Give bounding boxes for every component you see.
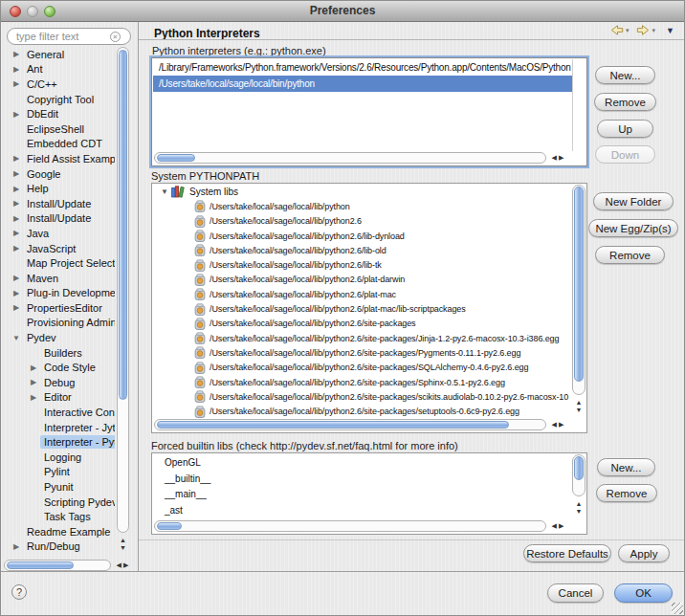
zoom-button[interactable] [44, 6, 55, 17]
scrollbar-track[interactable] [4, 560, 111, 571]
sidebar-item-label[interactable]: Maven [23, 272, 62, 285]
sidebar-item[interactable]: ▶ Install/Update [3, 211, 115, 227]
new-folder-button[interactable]: New Folder [593, 192, 674, 210]
scrollbar-track[interactable] [572, 185, 586, 395]
sidebar-item-label[interactable]: Google [23, 167, 64, 181]
sidebar-item-label[interactable]: Editor [40, 390, 76, 404]
forward-dropdown-icon[interactable]: ▾ [652, 27, 656, 34]
sidebar-item[interactable]: Interactive Console [3, 405, 115, 420]
scrollbar-arrows[interactable]: ▲ ▼ [572, 497, 586, 518]
pythonpath-row[interactable]: /Users/take/local/sage/local/lib/python2… [153, 301, 572, 316]
disclosure-triangle-icon[interactable]: ▶ [11, 214, 21, 223]
sidebar-item-label[interactable]: JavaScript [23, 242, 79, 255]
sidebar-item[interactable]: Scripting Pydev [3, 495, 115, 510]
disclosure-triangle-icon[interactable]: ▶ [11, 289, 21, 297]
scrollbar-arrows[interactable]: ◀▶ [546, 421, 571, 429]
restore-defaults-button[interactable]: Restore Defaults [523, 544, 611, 562]
scroll-right-icon[interactable]: ▶ [123, 561, 130, 568]
new-egg-zip-button[interactable]: New Egg/Zip(s) [588, 219, 678, 237]
disclosure-triangle-icon[interactable]: ▶ [11, 244, 21, 253]
sidebar-item-label[interactable]: Embedded CDT [23, 137, 106, 150]
sidebar-item[interactable]: ▶ Java [3, 226, 115, 241]
sidebar-item-label[interactable]: Pydev [23, 331, 60, 344]
disclosure-triangle-icon[interactable]: ▶ [11, 199, 21, 208]
new-builtin-button[interactable]: New... [597, 458, 655, 476]
interpreter-row[interactable]: /Library/Frameworks/Python.framework/Ver… [153, 59, 572, 76]
disclosure-triangle-icon[interactable]: ▶ [11, 79, 21, 88]
scrollbar-thumb[interactable] [574, 187, 584, 382]
back-icon[interactable] [609, 25, 624, 35]
apply-button[interactable]: Apply [618, 544, 670, 562]
scrollbar-track[interactable] [154, 520, 546, 532]
scrollbar-thumb[interactable] [574, 456, 584, 480]
disclosure-triangle-icon[interactable]: ▶ [11, 274, 21, 282]
builtin-row[interactable]: __main__ [153, 487, 572, 503]
sidebar-item[interactable]: ▶ Help [3, 181, 115, 196]
sidebar-item[interactable]: ▶ JavaScript [3, 241, 115, 256]
sidebar-item[interactable]: Builders [3, 345, 115, 361]
scroll-left-icon[interactable]: ◀ [552, 154, 559, 161]
disclosure-triangle-icon[interactable]: ▶ [11, 65, 21, 74]
pythonpath-row[interactable]: /Users/take/local/sage/local/lib/python2… [153, 389, 572, 404]
disclosure-triangle-icon[interactable]: ▼ [160, 187, 169, 196]
builtins-list[interactable]: OpenGL __builtin__ __main__ _ast _codecs [151, 452, 587, 535]
remove-interpreter-button[interactable]: Remove [594, 93, 656, 111]
remove-pythonpath-button[interactable]: Remove [595, 246, 665, 264]
minimize-button[interactable] [27, 6, 38, 17]
sidebar-item-label[interactable]: General [23, 48, 68, 61]
sidebar-item-label[interactable]: Pylint [40, 465, 74, 478]
disclosure-triangle-icon[interactable]: ▶ [11, 185, 21, 193]
sidebar-item-label[interactable]: Copyright Tool [23, 93, 98, 106]
pythonpath-row[interactable]: /Users/take/local/sage/local/lib/python2… [153, 257, 572, 272]
sidebar-item[interactable]: Pyunit [3, 479, 115, 495]
sidebar-item-label[interactable]: Interactive Console [40, 406, 115, 419]
disclosure-triangle-icon[interactable]: ▶ [11, 303, 21, 312]
scrollbar-arrows[interactable]: ▲ ▼ [572, 396, 586, 417]
up-button[interactable]: Up [597, 120, 653, 138]
scroll-left-icon[interactable]: ◀ [552, 522, 559, 529]
scrollbar-thumb[interactable] [157, 522, 182, 530]
pythonpath-row[interactable]: /Users/take/local/sage/local/lib/python2… [153, 214, 572, 229]
sidebar-item[interactable]: ▶ Code Style [3, 360, 115, 375]
scrollbar-track[interactable] [154, 152, 546, 164]
scrollbar-arrows[interactable]: ◀▶ [111, 561, 136, 569]
scroll-up-icon[interactable]: ▲ [576, 500, 583, 508]
scrollbar-track[interactable] [117, 47, 129, 533]
scroll-right-icon[interactable]: ▶ [559, 522, 565, 529]
builtin-row[interactable]: OpenGL [153, 454, 572, 471]
sidebar-item-label[interactable]: Logging [40, 451, 85, 464]
scroll-right-icon[interactable]: ▶ [559, 154, 565, 161]
disclosure-triangle-icon[interactable]: ▼ [11, 334, 21, 342]
sidebar-item[interactable]: Pylint [3, 465, 115, 480]
sidebar-item-label[interactable]: EclipseShell [23, 122, 88, 136]
sidebar-item-label[interactable]: Field Assist Example Pref [23, 152, 115, 165]
builtins-vertical-scrollbar[interactable]: ▲ ▼ [572, 454, 586, 519]
sidebar-item[interactable]: ▶ Google [3, 166, 115, 182]
scrollbar-track[interactable] [154, 419, 546, 430]
pythonpath-row[interactable]: /Users/take/local/sage/local/lib/python2… [153, 229, 572, 243]
interpreters-list[interactable]: /Library/Frameworks/Python.framework/Ver… [151, 57, 587, 166]
sidebar-item[interactable]: Provisioning Admin [3, 316, 115, 331]
pythonpath-vertical-scrollbar[interactable]: ▲ ▼ [572, 185, 586, 418]
sidebar-item[interactable]: ▶ Plug-in Development [3, 286, 115, 301]
scroll-up-icon[interactable]: ▲ [576, 399, 583, 407]
scroll-left-icon[interactable]: ◀ [552, 421, 559, 428]
cancel-button[interactable]: Cancel [547, 583, 604, 603]
scroll-left-icon[interactable]: ◀ [117, 561, 123, 568]
scrollbar-arrows[interactable]: ◀▶ [546, 522, 571, 530]
disclosure-triangle-icon[interactable]: ▶ [29, 393, 38, 402]
clear-filter-icon[interactable]: ✕ [110, 32, 121, 42]
interpreter-row[interactable]: /Users/take/local/sage/local/bin/python [153, 76, 572, 92]
sidebar-item[interactable]: Embedded CDT [3, 137, 115, 152]
sidebar-item[interactable]: EclipseShell [3, 121, 115, 137]
scrollbar-thumb[interactable] [157, 421, 509, 429]
sidebar-item-label[interactable]: Map Project Selection [23, 256, 115, 270]
forward-icon[interactable] [636, 25, 651, 35]
scroll-down-icon[interactable]: ▼ [120, 544, 126, 552]
disclosure-triangle-icon[interactable]: ▶ [29, 378, 38, 386]
sidebar-item-label[interactable]: Help [23, 182, 53, 195]
sidebar-item-label[interactable]: DbEdit [23, 107, 62, 121]
sidebar-item-label[interactable]: Builders [40, 346, 86, 360]
disclosure-triangle-icon[interactable]: ▶ [11, 542, 21, 551]
disclosure-triangle-icon[interactable]: ▶ [11, 154, 21, 163]
